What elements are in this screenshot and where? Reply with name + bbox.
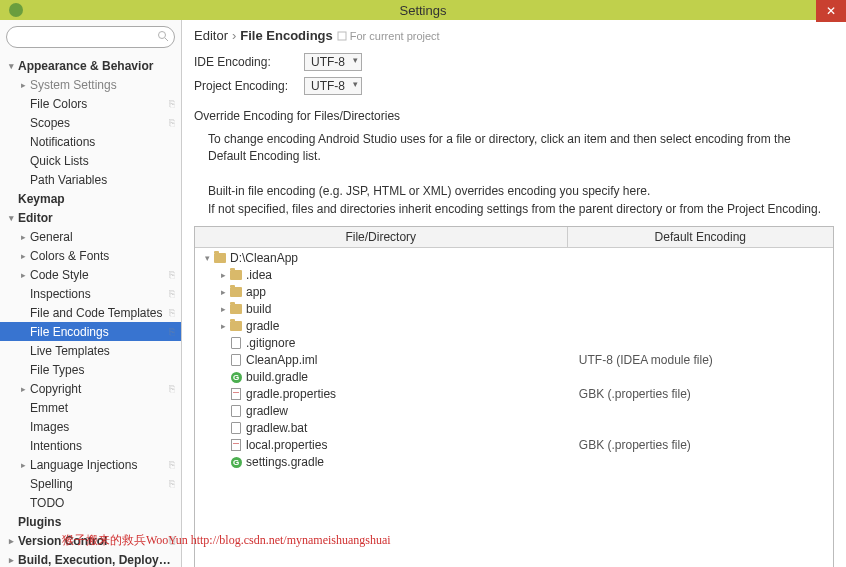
sidebar-item-label: File Encodings [30,325,167,339]
help-text: To change encoding Android Studio uses f… [194,123,834,222]
sidebar-item[interactable]: File Types [0,360,181,379]
sidebar-item[interactable]: Live Templates [0,341,181,360]
table-row[interactable]: CleanApp.imlUTF-8 (IDEA module file) [195,352,833,369]
folder-icon [229,302,243,316]
col-encoding[interactable]: Default Encoding [568,227,833,247]
sidebar-item-label: Build, Execution, Deployment [18,553,181,567]
expand-arrow-icon: ▸ [18,460,28,470]
file-name: .idea [246,268,272,282]
sidebar-item[interactable]: Plugins [0,512,181,531]
table-row[interactable]: Gsettings.gradle [195,454,833,471]
svg-rect-3 [338,32,346,40]
sidebar-item[interactable]: Spelling⎘ [0,474,181,493]
sidebar-item[interactable]: Path Variables [0,170,181,189]
project-encoding-combo[interactable]: UTF-8 [304,77,362,95]
sidebar-item[interactable]: Images [0,417,181,436]
project-scope-icon: ⎘ [169,269,181,281]
sidebar-item[interactable]: File and Code Templates⎘ [0,303,181,322]
ide-encoding-combo[interactable]: UTF-8 [304,53,362,71]
sidebar-item[interactable]: ▾Editor [0,208,181,227]
project-encoding-label: Project Encoding: [194,79,304,93]
sidebar-item[interactable]: ▸Build, Execution, Deployment [0,550,181,567]
sidebar-item-label: File Colors [30,97,167,111]
sidebar-item-label: Copyright [30,382,167,396]
sidebar-item[interactable]: Quick Lists [0,151,181,170]
sidebar-item-label: File Types [30,363,181,377]
expand-arrow-icon [18,365,28,375]
file-name: gradlew.bat [246,421,307,435]
properties-icon [229,438,243,452]
search-input[interactable] [6,26,175,48]
sidebar-item[interactable]: TODO [0,493,181,512]
window-title: Settings [0,3,846,18]
project-scope-icon: ⎘ [169,117,181,129]
sidebar-item[interactable]: Scopes⎘ [0,113,181,132]
table-row[interactable]: .gitignore [195,335,833,352]
sidebar-item[interactable]: Inspections⎘ [0,284,181,303]
table-row[interactable]: gradlew [195,403,833,420]
settings-sidebar: ▾Appearance & Behavior▸System SettingsFi… [0,20,182,567]
sidebar-item[interactable]: ▸System Settings [0,75,181,94]
sidebar-item[interactable]: ▸Language Injections⎘ [0,455,181,474]
sidebar-item-label: Quick Lists [30,154,181,168]
table-row[interactable]: local.propertiesGBK (.properties file) [195,437,833,454]
table-row[interactable]: Gbuild.gradle [195,369,833,386]
table-row[interactable]: ▸.idea [195,267,833,284]
expand-arrow-icon [6,517,16,527]
sidebar-item[interactable]: Emmet [0,398,181,417]
file-name: gradle [246,319,279,333]
sidebar-item[interactable]: ▸General [0,227,181,246]
encoding-value[interactable]: GBK (.properties file) [573,438,833,452]
expand-arrow-icon [18,289,28,299]
folder-icon [229,268,243,282]
sidebar-item[interactable]: ▸Code Style⎘ [0,265,181,284]
sidebar-item[interactable]: ▸Copyright⎘ [0,379,181,398]
sidebar-item-label: General [30,230,181,244]
folder-icon [213,251,227,265]
expand-arrow-icon: ▸ [217,304,229,314]
expand-arrow-icon: ▸ [217,270,229,280]
search-icon [157,30,169,42]
sidebar-item[interactable]: ▸Colors & Fonts [0,246,181,265]
sidebar-item[interactable]: File Encodings⎘ [0,322,181,341]
sidebar-item-label: Code Style [30,268,167,282]
sidebar-item[interactable]: ▾Appearance & Behavior [0,56,181,75]
table-row[interactable]: gradlew.bat [195,420,833,437]
table-row[interactable]: gradle.propertiesGBK (.properties file) [195,386,833,403]
sidebar-item[interactable]: Intentions [0,436,181,455]
expand-arrow-icon [18,441,28,451]
sidebar-item-label: Language Injections [30,458,167,472]
crumb-leaf: File Encodings [240,28,332,43]
crumb-root[interactable]: Editor [194,28,228,43]
table-row[interactable]: ▸gradle [195,318,833,335]
expand-arrow-icon [18,479,28,489]
sidebar-item-label: Intentions [30,439,181,453]
expand-arrow-icon [18,99,28,109]
settings-tree[interactable]: ▾Appearance & Behavior▸System SettingsFi… [0,54,181,567]
expand-arrow-icon [18,156,28,166]
col-file[interactable]: File/Directory [195,227,568,247]
table-row[interactable]: ▾D:\CleanApp [195,250,833,267]
project-scope-icon: ⎘ [169,288,181,300]
watermark: 猴子搬来的救兵WooYun http://blog.csdn.net/mynam… [62,532,391,549]
encoding-value[interactable]: GBK (.properties file) [573,387,833,401]
sidebar-item[interactable]: Notifications [0,132,181,151]
sidebar-item-label: Live Templates [30,344,181,358]
sidebar-item[interactable]: File Colors⎘ [0,94,181,113]
table-row[interactable]: ▸app [195,284,833,301]
sidebar-item-label: Inspections [30,287,167,301]
expand-arrow-icon: ▸ [18,232,28,242]
table-row[interactable]: ▸build [195,301,833,318]
expand-arrow-icon [18,422,28,432]
override-title: Override Encoding for Files/Directories [194,109,834,123]
sidebar-item-label: Scopes [30,116,167,130]
expand-arrow-icon: ▾ [201,253,213,263]
sidebar-item-label: Emmet [30,401,181,415]
encoding-value[interactable]: UTF-8 (IDEA module file) [573,353,833,367]
encoding-table[interactable]: File/Directory Default Encoding ▾D:\Clea… [194,226,834,567]
sidebar-item-label: System Settings [30,78,181,92]
properties-icon [229,387,243,401]
sidebar-item[interactable]: Keymap [0,189,181,208]
close-button[interactable]: ✕ [816,0,846,22]
file-name: build.gradle [246,370,308,384]
